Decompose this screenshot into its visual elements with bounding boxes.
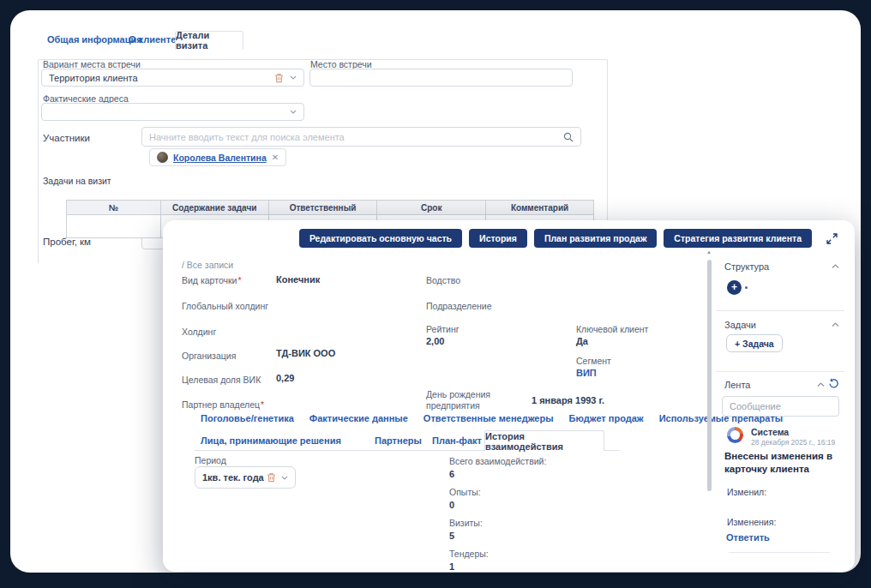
- tab-interaction-history[interactable]: История взаимодействия: [484, 430, 604, 451]
- organization-label: Организация: [182, 351, 236, 361]
- scroll-up-arrow-icon[interactable]: ▲: [706, 249, 712, 255]
- global-holding-label: Глобальный холдинг: [182, 301, 268, 311]
- division-label: Подразделение: [426, 301, 492, 311]
- structure-node-dot: [745, 286, 748, 289]
- tab-livestock-genetics[interactable]: Поголовье/генетика: [201, 413, 294, 423]
- tab-general-info[interactable]: Общая информация: [47, 34, 142, 45]
- client-development-strategy-button[interactable]: Стратегия развития клиента: [664, 229, 812, 248]
- scrollbar-thumb[interactable]: [707, 260, 712, 491]
- structure-section-title: Структура: [724, 261, 769, 272]
- history-button[interactable]: История: [469, 229, 527, 248]
- tab-plan-fact[interactable]: План-факт: [432, 435, 482, 446]
- column-due-date: Срок: [377, 201, 486, 215]
- tab-sales-budget[interactable]: Бюджет продаж: [569, 413, 644, 423]
- stat-visits: Визиты: 5: [449, 518, 546, 541]
- sidebar-divider: [716, 310, 844, 311]
- client-card-modal: Редактировать основную часть История Пла…: [163, 220, 855, 572]
- tab-interaction-history-label: История взаимодействия: [485, 431, 604, 452]
- key-client-value: Да: [576, 336, 588, 346]
- column-task-content: Содержание задачи: [160, 201, 268, 215]
- tab-actual-data[interactable]: Фактические данные: [309, 413, 408, 423]
- column-comment: Комментарий: [486, 201, 594, 215]
- stat-total-interactions: Всего взаимодействий: 6: [449, 456, 546, 479]
- card-type-value: Конечник: [276, 274, 320, 285]
- column-number: №: [67, 201, 161, 215]
- feed-post-date: 28 декабря 2025 г., 16:19: [751, 438, 835, 447]
- system-avatar: [727, 427, 743, 443]
- stat-value: 1: [449, 561, 546, 572]
- stat-label: Всего взаимодействий:: [449, 456, 546, 466]
- enterprise-birthday-value: 1 января 1993 г.: [532, 395, 604, 405]
- main-window: Общая информация О клиенте Детали визита…: [10, 10, 861, 573]
- chevron-down-icon[interactable]: [281, 476, 288, 480]
- stat-value: 5: [449, 531, 546, 541]
- period-select[interactable]: 1кв. тек. года: [195, 466, 296, 489]
- organization-value: ТД-ВИК ООО: [276, 348, 335, 358]
- collapse-tasks-icon[interactable]: [832, 322, 839, 330]
- reply-link[interactable]: Ответить: [726, 532, 770, 543]
- interaction-stats: Всего взаимодействий: 6 Опыты: 0 Визиты:…: [449, 456, 546, 579]
- card-type-label: Вид карточки: [182, 275, 242, 285]
- period-value: 1кв. тек. года: [202, 472, 267, 483]
- feed-section-title: Лента: [724, 380, 750, 390]
- trash-icon[interactable]: [267, 472, 276, 483]
- stat-experiments: Опыты: 0: [449, 487, 546, 510]
- enterprise-birthday-label: День рождения предприятия: [426, 389, 512, 411]
- stat-value: 0: [449, 500, 546, 510]
- sidebar-divider: [716, 371, 844, 372]
- tasks-section-title: Задачи: [724, 320, 756, 330]
- feed-divider: [729, 552, 830, 553]
- period-label: Период: [195, 455, 226, 465]
- add-structure-node-button[interactable]: [727, 280, 742, 295]
- modal-scrollbar[interactable]: ▲: [706, 249, 713, 562]
- changed-by-label: Изменил:: [727, 487, 766, 497]
- target-share-label: Целевая доля ВИК: [182, 375, 261, 385]
- vodstvo-label: Водство: [426, 275, 460, 285]
- rating-label: Рейтинг: [426, 324, 460, 334]
- segment-label: Сегмент: [576, 356, 611, 366]
- feed-message-input[interactable]: [722, 396, 839, 417]
- stat-tenders: Тендеры: 1: [449, 549, 546, 572]
- breadcrumb: / Все записи: [182, 260, 233, 270]
- rating-value: 2,00: [426, 336, 444, 346]
- tab-visit-details-label: Детали визита: [176, 30, 243, 51]
- modal-toolbar: Редактировать основную часть История Пла…: [299, 229, 812, 248]
- tab-partners[interactable]: Партнеры: [375, 435, 422, 446]
- refresh-feed-icon[interactable]: [828, 378, 839, 389]
- stat-value: 6: [449, 469, 546, 479]
- edit-main-part-button[interactable]: Редактировать основную часть: [299, 229, 462, 248]
- tab-responsible-managers[interactable]: Ответственные менеджеры: [423, 413, 554, 423]
- collapse-feed-icon[interactable]: [817, 382, 825, 390]
- sales-development-plan-button[interactable]: План развития продаж: [534, 229, 657, 248]
- key-client-label: Ключевой клиент: [576, 324, 648, 334]
- column-responsible: Ответственный: [268, 201, 377, 215]
- feed-post-author: Система: [751, 427, 789, 437]
- stat-label: Визиты:: [449, 518, 546, 528]
- tab-decision-makers[interactable]: Лица, принимающие решения: [201, 435, 341, 446]
- changes-label: Изменения:: [727, 517, 776, 527]
- target-share-value: 0,29: [276, 373, 294, 383]
- holding-label: Холдинг: [182, 327, 216, 337]
- stat-label: Тендеры:: [449, 549, 546, 559]
- feed-post-text: Внесены изменения в карточку клиента: [724, 450, 851, 476]
- expand-icon[interactable]: [826, 232, 838, 248]
- modal-tabs-row-1: Поголовье/генетика Фактические данные От…: [201, 413, 783, 423]
- add-task-button[interactable]: + Задача: [726, 334, 783, 352]
- tab-visit-details[interactable]: Детали визита: [175, 31, 243, 50]
- stat-label: Опыты:: [449, 487, 546, 497]
- tab-about-client[interactable]: О клиенте: [129, 34, 176, 45]
- partner-owner-label: Партнер владелец: [182, 399, 264, 410]
- collapse-structure-icon[interactable]: [832, 264, 839, 272]
- segment-value-link[interactable]: ВИП: [576, 368, 597, 378]
